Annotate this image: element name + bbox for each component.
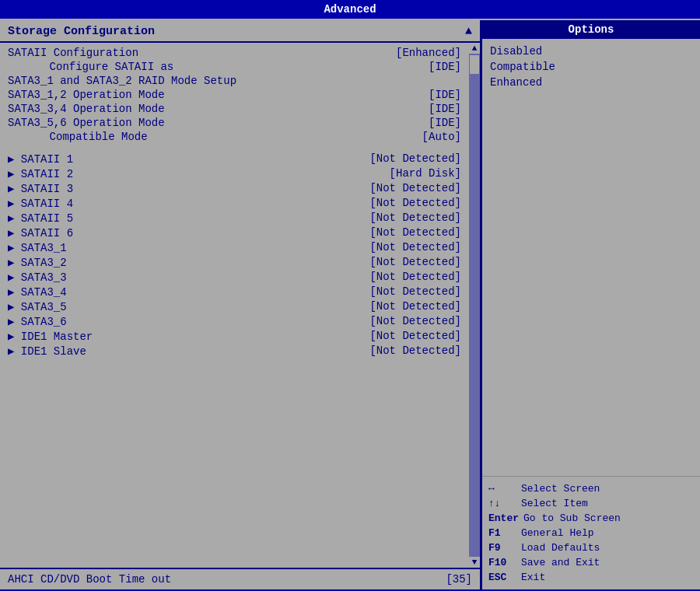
scroll-track [469, 54, 480, 557]
sata3-4-label: SATA3_4 [8, 285, 369, 299]
help-desc-select-screen: Select Screen [521, 483, 600, 495]
ide1-slave-label: IDE1 Slave [8, 344, 369, 358]
sataii-6-label: SATAII 6 [8, 226, 369, 240]
ahci-timeout-label: AHCI CD/DVD Boot Time out [8, 573, 171, 586]
help-f10: F10 Save and Exit [488, 555, 694, 570]
sata3-2-label: SATA3_2 [8, 256, 369, 269]
ide1-slave-value: [Not Detected] [369, 344, 461, 358]
left-panel: Storage Configuration ▲ SATAII Configura… [0, 20, 482, 589]
sataii-3-value: [Not Detected] [369, 182, 461, 195]
menu-item-sata3-34-op[interactable]: SATA3_3,4 Operation Mode [IDE] [0, 102, 469, 116]
menu-item-sataii-1[interactable]: SATAII 1 [Not Detected] [0, 152, 469, 166]
left-content: SATAII Configuration [Enhanced] Configur… [0, 43, 469, 568]
sataii-1-value: [Not Detected] [369, 152, 461, 166]
option-compatible[interactable]: Compatible [490, 59, 692, 75]
sata3-12-op-value: [IDE] [429, 89, 461, 101]
sataii-5-label: SATAII 5 [8, 212, 369, 225]
sata3-5-label: SATA3_5 [8, 300, 369, 313]
option-disabled[interactable]: Disabled [490, 44, 692, 59]
configure-sataii-value: [IDE] [429, 61, 461, 73]
help-key-esc: ESC [488, 572, 516, 583]
help-enter: Enter Go to Sub Screen [488, 511, 694, 526]
section-gap [0, 144, 469, 152]
sataii-config-label: SATAII Configuration [8, 47, 396, 59]
sata3-34-op-label: SATA3_3,4 Operation Mode [8, 103, 429, 115]
title-text: Advanced [324, 3, 376, 16]
sata3-4-value: [Not Detected] [369, 285, 461, 299]
scrollbar[interactable]: ▲ ▼ [469, 43, 480, 568]
help-select-screen: ↔ Select Screen [488, 481, 694, 496]
sata3-34-op-value: [IDE] [429, 103, 461, 115]
menu-item-sata3-3[interactable]: SATA3_3 [Not Detected] [0, 270, 469, 285]
menu-item-sataii-config[interactable]: SATAII Configuration [Enhanced] [0, 46, 469, 60]
help-select-item: ↑↓ Select Item [488, 496, 694, 511]
help-key-updown: ↑↓ [488, 498, 516, 509]
help-f1: F1 General Help [488, 526, 694, 540]
help-desc-select-item: Select Item [521, 498, 588, 509]
sata3-5-value: [Not Detected] [369, 300, 461, 313]
menu-item-sata3-12-op[interactable]: SATA3_1,2 Operation Mode [IDE] [0, 88, 469, 102]
help-key-f9: F9 [488, 542, 516, 554]
configure-sataii-label: Configure SATAII as [8, 61, 429, 73]
sataii-4-value: [Not Detected] [369, 197, 461, 210]
help-f9: F9 Load Defaults [488, 540, 694, 555]
sataii-5-value: [Not Detected] [369, 212, 461, 225]
scroll-thumb[interactable] [470, 55, 479, 74]
scroll-up-arrow[interactable]: ▲ [465, 25, 472, 38]
sata3-12-op-label: SATA3_1,2 Operation Mode [8, 89, 429, 101]
sataii-2-label: SATAII 2 [8, 167, 390, 180]
menu-item-sata3-6[interactable]: SATA3_6 [Not Detected] [0, 314, 469, 329]
sata3-raid-label: SATA3_1 and SATA3_2 RAID Mode Setup [8, 75, 461, 87]
sataii-1-label: SATAII 1 [8, 152, 369, 166]
sataii-config-value: [Enhanced] [396, 47, 461, 59]
menu-item-sata3-4[interactable]: SATA3_4 [Not Detected] [0, 285, 469, 299]
compatible-mode-label: Compatible Mode [8, 131, 422, 143]
ide1-master-label: IDE1 Master [8, 330, 369, 343]
main-container: Storage Configuration ▲ SATAII Configura… [0, 20, 700, 589]
sata3-3-value: [Not Detected] [369, 271, 461, 284]
menu-item-sataii-2[interactable]: SATAII 2 [Hard Disk] [0, 166, 469, 181]
sata3-2-value: [Not Detected] [369, 256, 461, 269]
menu-item-configure-sataii[interactable]: Configure SATAII as [IDE] [0, 60, 469, 74]
menu-item-sataii-5[interactable]: SATAII 5 [Not Detected] [0, 211, 469, 226]
help-esc: ESC Exit [488, 570, 694, 585]
menu-item-sataii-6[interactable]: SATAII 6 [Not Detected] [0, 226, 469, 240]
help-desc-esc: Exit [521, 572, 545, 583]
help-desc-f9: Load Defaults [521, 542, 600, 554]
menu-item-sataii-4[interactable]: SATAII 4 [Not Detected] [0, 196, 469, 211]
sataii-3-label: SATAII 3 [8, 182, 369, 195]
menu-item-ide1-slave[interactable]: IDE1 Slave [Not Detected] [0, 344, 469, 358]
storage-config-title: Storage Configuration [8, 25, 155, 38]
menu-item-sata3-2[interactable]: SATA3_2 [Not Detected] [0, 255, 469, 270]
sataii-2-value: [Hard Disk] [390, 167, 461, 180]
left-panel-header: Storage Configuration ▲ [0, 20, 480, 43]
sata3-6-label: SATA3_6 [8, 315, 369, 328]
scroll-down-btn[interactable]: ▼ [469, 557, 480, 568]
sata3-1-label: SATA3_1 [8, 241, 369, 254]
menu-item-ide1-master[interactable]: IDE1 Master [Not Detected] [0, 329, 469, 344]
menu-item-compatible-mode[interactable]: Compatible Mode [Auto] [0, 130, 469, 144]
right-panel: Options Disabled Compatible Enhanced ↔ S… [482, 20, 700, 589]
help-desc-f10: Save and Exit [521, 557, 600, 568]
help-desc-enter: Go to Sub Screen [523, 512, 621, 524]
menu-item-sata3-56-op[interactable]: SATA3_5,6 Operation Mode [IDE] [0, 116, 469, 130]
scroll-up-btn[interactable]: ▲ [469, 43, 480, 54]
menu-item-sata3-1[interactable]: SATA3_1 [Not Detected] [0, 240, 469, 255]
options-header: Options [482, 20, 700, 39]
sata3-56-op-value: [IDE] [429, 117, 461, 129]
sata3-1-value: [Not Detected] [369, 241, 461, 254]
sataii-6-value: [Not Detected] [369, 226, 461, 240]
ahci-timeout-value: [35] [446, 573, 472, 586]
help-section: ↔ Select Screen ↑↓ Select Item Enter Go … [482, 476, 700, 589]
help-key-arrows: ↔ [488, 483, 516, 495]
ahci-timeout-item[interactable]: AHCI CD/DVD Boot Time out [35] [8, 572, 472, 586]
menu-item-sata3-raid[interactable]: SATA3_1 and SATA3_2 RAID Mode Setup [0, 74, 469, 88]
help-key-f1: F1 [488, 527, 516, 539]
title-bar: Advanced [0, 0, 700, 20]
menu-item-sata3-5[interactable]: SATA3_5 [Not Detected] [0, 299, 469, 314]
menu-item-sataii-3[interactable]: SATAII 3 [Not Detected] [0, 181, 469, 196]
compatible-mode-value: [Auto] [422, 131, 461, 143]
sata3-56-op-label: SATA3_5,6 Operation Mode [8, 117, 429, 129]
help-key-f10: F10 [488, 557, 516, 568]
option-enhanced[interactable]: Enhanced [490, 75, 692, 90]
